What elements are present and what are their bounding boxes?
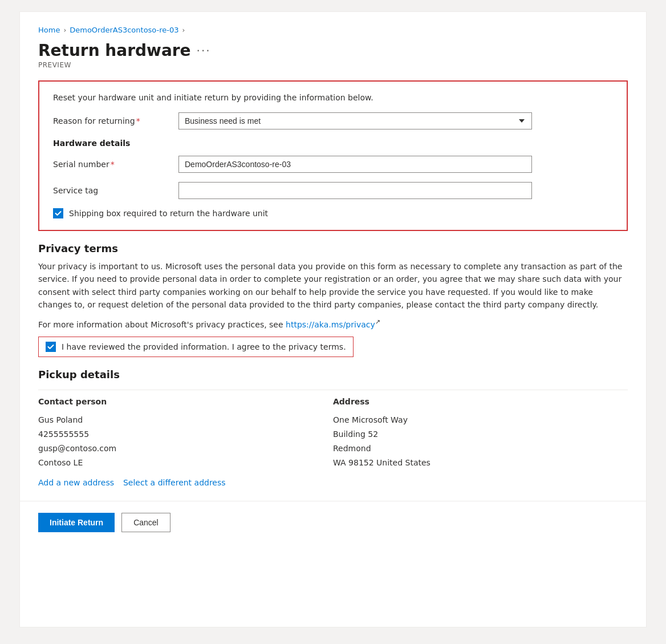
pickup-section: Pickup details Contact person Gus Poland… [38, 368, 628, 488]
external-link-icon: ↗ [375, 318, 380, 326]
pickup-title: Pickup details [38, 368, 628, 380]
footer-buttons: Initiate Return Cancel [38, 513, 628, 532]
hardware-details-title: Hardware details [53, 139, 613, 148]
address-line4: WA 98152 United States [333, 456, 628, 470]
address-links: Add a new address Select a different add… [38, 478, 628, 487]
shipping-box-checkbox[interactable] [53, 208, 63, 218]
address-line1: One Microsoft Way [333, 413, 628, 427]
reason-required: * [136, 116, 140, 125]
reason-label: Reason for returning* [53, 116, 178, 125]
reset-description: Reset your hardware unit and initiate re… [53, 93, 613, 102]
address-header: Address [333, 397, 628, 413]
breadcrumb-sep-2: › [182, 26, 185, 34]
privacy-paragraph: Your privacy is important to us. Microso… [38, 260, 628, 311]
privacy-link[interactable]: https://aka.ms/privacy [286, 319, 375, 329]
breadcrumb-home[interactable]: Home [38, 26, 60, 34]
privacy-consent-row: I have reviewed the provided information… [38, 337, 354, 357]
breadcrumb-sep-1: › [63, 26, 66, 34]
contact-details: Gus Poland 4255555555 gusp@contoso.com C… [38, 413, 333, 471]
pickup-grid: Contact person Gus Poland 4255555555 gus… [38, 390, 628, 471]
reason-row: Reason for returning* Business need is m… [53, 112, 613, 129]
page-title-menu[interactable]: ··· [197, 44, 211, 58]
service-tag-label: Service tag [53, 186, 178, 195]
page-container: Home › DemoOrderAS3contoso-re-03 › Retur… [19, 11, 647, 627]
contact-name: Gus Poland [38, 413, 333, 427]
page-title-row: Return hardware ··· [38, 41, 628, 60]
page-title: Return hardware [38, 41, 191, 60]
cancel-button[interactable]: Cancel [121, 513, 170, 532]
breadcrumb: Home › DemoOrderAS3contoso-re-03 › [38, 26, 628, 34]
serial-number-row: Serial number* [53, 156, 613, 173]
contact-email: gusp@contoso.com [38, 442, 333, 456]
reason-dropdown[interactable]: Business need is met [178, 112, 532, 129]
privacy-consent-label: I have reviewed the provided information… [62, 342, 346, 351]
privacy-more-info: For more information about Microsoft's p… [38, 317, 628, 331]
footer-divider [20, 501, 646, 501]
serial-number-label: Serial number* [53, 160, 178, 169]
hardware-return-section: Reset your hardware unit and initiate re… [38, 80, 628, 231]
contact-company: Contoso LE [38, 456, 333, 470]
address-details: One Microsoft Way Building 52 Redmond WA… [333, 413, 628, 471]
privacy-consent-checkbox[interactable] [46, 342, 56, 352]
serial-number-control [178, 156, 532, 173]
initiate-return-button[interactable]: Initiate Return [38, 513, 115, 532]
address-line3: Redmond [333, 442, 628, 456]
address-line2: Building 52 [333, 427, 628, 442]
service-tag-control [178, 182, 532, 199]
service-tag-row: Service tag [53, 182, 613, 199]
select-address-link[interactable]: Select a different address [123, 478, 226, 487]
serial-required: * [111, 160, 115, 169]
shipping-box-label: Shipping box required to return the hard… [69, 209, 268, 218]
privacy-section: Privacy terms Your privacy is important … [38, 242, 628, 357]
serial-number-input[interactable] [178, 156, 532, 173]
shipping-box-row: Shipping box required to return the hard… [53, 208, 613, 218]
contact-phone: 4255555555 [38, 427, 333, 442]
service-tag-input[interactable] [178, 182, 532, 199]
add-address-link[interactable]: Add a new address [38, 478, 114, 487]
contact-header: Contact person [38, 397, 333, 413]
preview-label: PREVIEW [38, 61, 628, 69]
reason-control: Business need is met [178, 112, 532, 129]
breadcrumb-order[interactable]: DemoOrderAS3contoso-re-03 [70, 26, 178, 34]
privacy-title: Privacy terms [38, 242, 628, 254]
